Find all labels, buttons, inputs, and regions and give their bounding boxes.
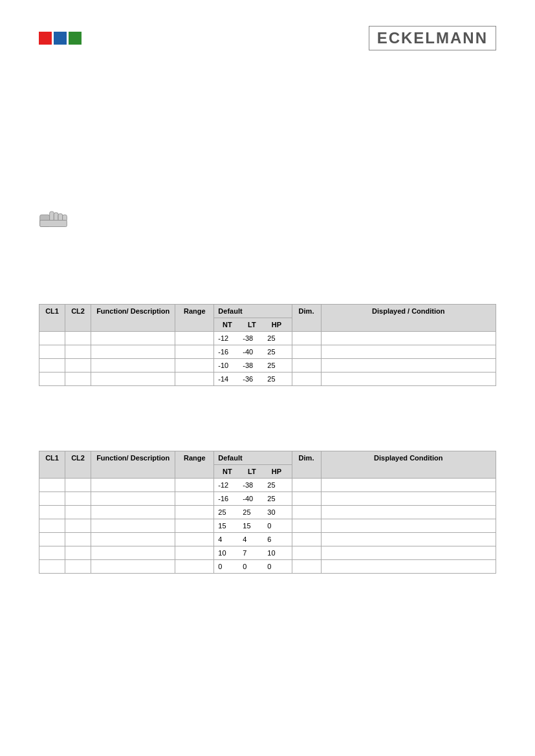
cell-default: 0 0 0 xyxy=(214,560,292,574)
cell-cl2 xyxy=(65,506,91,519)
cell-cl1 xyxy=(39,373,65,386)
cell-cl1 xyxy=(39,492,65,506)
table-1-nt-label: NT xyxy=(218,321,236,329)
cell-cl2 xyxy=(65,359,91,373)
cell-func xyxy=(91,345,175,359)
val-nt: -16 xyxy=(218,348,236,356)
cell-range xyxy=(175,345,214,359)
cell-cl1 xyxy=(39,345,65,359)
cell-dim xyxy=(292,506,321,519)
table-section-1: CL1 CL2 Function/ Description Range Defa… xyxy=(39,304,496,386)
val-hp: 25 xyxy=(267,481,285,489)
table-1-col-displayed: Displayed / Condition xyxy=(321,305,496,332)
table-2-col-default: Default xyxy=(214,451,292,465)
table-1-col-range: Range xyxy=(175,305,214,332)
cell-func xyxy=(91,373,175,386)
cell-default: 4 4 6 xyxy=(214,533,292,546)
table-2-hp-label: HP xyxy=(267,468,285,475)
cell-displayed xyxy=(321,492,496,506)
cell-func xyxy=(91,546,175,560)
cell-func xyxy=(91,492,175,506)
cell-func xyxy=(91,479,175,492)
table-2: CL1 CL2 Function/ Description Range Defa… xyxy=(39,451,496,574)
table-2-col-cl1: CL1 xyxy=(39,451,65,479)
val-nt: -14 xyxy=(218,375,236,383)
val-hp: 25 xyxy=(267,348,285,356)
val-nt: -12 xyxy=(218,334,236,342)
cell-func xyxy=(91,359,175,373)
cell-dim xyxy=(292,479,321,492)
cell-default: 15 15 0 xyxy=(214,519,292,533)
table-1-hp-label: HP xyxy=(267,321,285,329)
cell-range xyxy=(175,546,214,560)
table-2-nt-label: NT xyxy=(218,468,236,475)
table-1-col-cl1: CL1 xyxy=(39,305,65,332)
val-lt: -38 xyxy=(243,334,261,342)
val-lt: 0 xyxy=(243,563,261,570)
cell-default: -14 -36 25 xyxy=(214,373,292,386)
table-section-2: CL1 CL2 Function/ Description Range Defa… xyxy=(39,451,496,574)
val-lt: -40 xyxy=(243,348,261,356)
hand-icon xyxy=(39,209,71,232)
cell-displayed xyxy=(321,332,496,345)
page-header: ECKELMANN xyxy=(39,26,496,50)
table-2-lt-label: LT xyxy=(243,468,261,475)
cell-func xyxy=(91,332,175,345)
val-hp: 0 xyxy=(267,522,285,530)
table-1-lt-label: LT xyxy=(243,321,261,329)
cell-range xyxy=(175,506,214,519)
cell-default: -12 -38 25 xyxy=(214,479,292,492)
val-lt: -36 xyxy=(243,375,261,383)
table-row: 25 25 30 xyxy=(39,506,496,519)
val-hp: 25 xyxy=(267,334,285,342)
cell-dim xyxy=(292,332,321,345)
cell-range xyxy=(175,533,214,546)
table-2-default-subheader: NT LT HP xyxy=(214,465,292,479)
table-row: 0 0 0 xyxy=(39,560,496,574)
cell-func xyxy=(91,519,175,533)
table-row: -16 -40 25 xyxy=(39,345,496,359)
svg-rect-5 xyxy=(40,221,67,227)
logo-green-square xyxy=(69,32,82,45)
cell-cl2 xyxy=(65,332,91,345)
table-2-col-displayed: Displayed Condition xyxy=(321,451,496,479)
cell-cl2 xyxy=(65,560,91,574)
cell-displayed xyxy=(321,479,496,492)
cell-range xyxy=(175,359,214,373)
table-1-header-row: CL1 CL2 Function/ Description Range Defa… xyxy=(39,305,496,318)
val-lt: 15 xyxy=(243,522,261,530)
cell-default: -16 -40 25 xyxy=(214,345,292,359)
page: ECKELMANN xyxy=(0,0,535,756)
cell-displayed xyxy=(321,345,496,359)
cell-cl2 xyxy=(65,533,91,546)
val-hp: 25 xyxy=(267,362,285,369)
cell-displayed xyxy=(321,546,496,560)
cell-func xyxy=(91,533,175,546)
cell-func xyxy=(91,560,175,574)
cell-range xyxy=(175,492,214,506)
val-nt: 15 xyxy=(218,522,236,530)
cell-default: -16 -40 25 xyxy=(214,492,292,506)
table-1: CL1 CL2 Function/ Description Range Defa… xyxy=(39,304,496,386)
val-hp: 30 xyxy=(267,508,285,516)
spacer-1 xyxy=(39,252,496,304)
cell-displayed xyxy=(321,519,496,533)
table-1-col-function: Function/ Description xyxy=(91,305,175,332)
table-2-col-cl2: CL2 xyxy=(65,451,91,479)
val-nt: -16 xyxy=(218,495,236,502)
val-hp: 6 xyxy=(267,535,285,543)
val-lt: -38 xyxy=(243,481,261,489)
cell-cl2 xyxy=(65,373,91,386)
cell-cl2 xyxy=(65,492,91,506)
hand-icon-area xyxy=(39,209,496,233)
svg-rect-1 xyxy=(50,211,54,221)
table-row: 10 7 10 xyxy=(39,546,496,560)
cell-default: 25 25 30 xyxy=(214,506,292,519)
cell-cl2 xyxy=(65,519,91,533)
val-nt: 4 xyxy=(218,535,236,543)
cell-dim xyxy=(292,345,321,359)
val-hp: 0 xyxy=(267,563,285,570)
table-2-header-row: CL1 CL2 Function/ Description Range Defa… xyxy=(39,451,496,465)
logo-blue-square xyxy=(54,32,67,45)
table-1-col-dim: Dim. xyxy=(292,305,321,332)
